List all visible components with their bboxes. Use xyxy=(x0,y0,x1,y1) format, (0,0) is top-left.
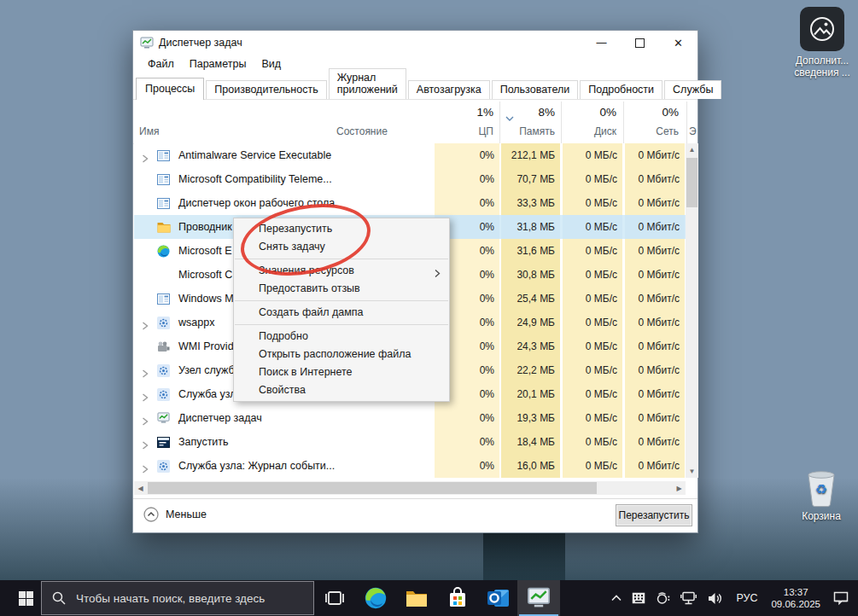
start-button[interactable] xyxy=(10,580,41,616)
tab-Журнал приложений[interactable]: Журнал приложений xyxy=(329,68,406,99)
process-row[interactable]: Antimalware Service Executable0%212,1 МБ… xyxy=(134,143,686,167)
net-value: 0 Мбит/с xyxy=(625,454,685,478)
disk-value: 0 МБ/с xyxy=(563,406,622,430)
fewer-details-label: Меньше xyxy=(166,508,207,520)
task-manager-taskbar-button[interactable] xyxy=(517,580,560,616)
cpu-value: 0% xyxy=(435,191,499,215)
clock[interactable]: 13:37 09.06.2025 xyxy=(764,586,827,610)
gear-icon xyxy=(157,388,171,401)
expand-chevron-icon[interactable] xyxy=(142,462,149,470)
maximize-button[interactable] xyxy=(621,31,659,55)
process-row[interactable]: Диспетчер окон рабочего стола0%33,3 МБ0 … xyxy=(134,191,686,215)
menu-вид[interactable]: Вид xyxy=(254,56,289,72)
network-button[interactable] xyxy=(675,580,703,616)
footer: Меньше Перезапустить xyxy=(133,499,697,532)
tab-Пользователи[interactable]: Пользователи xyxy=(492,80,579,99)
task-view-button[interactable] xyxy=(314,580,355,616)
tab-Службы[interactable]: Службы xyxy=(664,80,721,99)
outlook-button[interactable] xyxy=(478,580,519,616)
table-header[interactable]: Имя Состояние 1% ЦП 8% Память 0% Диск 0%… xyxy=(133,100,697,144)
vertical-scrollbar[interactable]: ▲ ▼ xyxy=(686,143,698,478)
titlebar[interactable]: Диспетчер задач — ✕ xyxy=(133,31,697,55)
column-status[interactable]: Состояние xyxy=(336,125,388,138)
column-divider xyxy=(686,102,687,143)
menu-параметры[interactable]: Параметры xyxy=(182,56,254,72)
desktop: Дополнит... сведения ... ♻ Корзина Диспе… xyxy=(0,0,858,616)
volume-button[interactable] xyxy=(703,580,729,616)
menu-файл[interactable]: Файл xyxy=(140,56,182,72)
language-indicator[interactable]: РУС xyxy=(729,592,764,604)
disk-value: 0 МБ/с xyxy=(563,311,622,334)
column-divider xyxy=(623,102,624,143)
expand-chevron-icon[interactable] xyxy=(142,390,149,398)
disk-value: 0 МБ/с xyxy=(563,143,622,167)
search-icon xyxy=(52,591,66,605)
touch-keyboard-button[interactable] xyxy=(627,580,651,616)
disk-value: 0 МБ/с xyxy=(563,287,622,311)
tab-Производительность[interactable]: Производительность xyxy=(206,80,326,99)
net-value: 0 Мбит/с xyxy=(625,143,685,167)
close-button[interactable]: ✕ xyxy=(659,31,697,55)
tab-Автозагрузка[interactable]: Автозагрузка xyxy=(408,80,490,99)
column-disk[interactable]: Диск xyxy=(562,125,616,138)
disk-value: 0 МБ/с xyxy=(563,191,622,215)
context-menu-item[interactable]: Открыть расположение файла xyxy=(234,346,449,363)
context-menu-item[interactable]: Свойства xyxy=(234,381,449,399)
scroll-left-icon[interactable]: ◀ xyxy=(134,481,147,495)
mem-value: 18,4 МБ xyxy=(501,430,560,454)
cpu-total: 1% xyxy=(434,106,493,121)
minimize-button[interactable]: — xyxy=(582,31,621,55)
desktop-icon-recycle-bin[interactable]: ♻ Корзина xyxy=(794,468,849,522)
fewer-details-toggle[interactable]: Меньше xyxy=(143,507,207,522)
cpu-value: 0% xyxy=(435,406,499,430)
process-row[interactable]: Служба узла: Журнал событи...0%16,0 МБ0 … xyxy=(134,454,686,478)
taskbar-search[interactable] xyxy=(41,581,314,615)
column-cpu[interactable]: ЦП xyxy=(434,125,493,138)
scroll-right-icon[interactable]: ▶ xyxy=(673,481,686,495)
menu-separator xyxy=(235,300,448,301)
process-name: Antimalware Service Executable xyxy=(178,143,331,167)
tray-device-button[interactable] xyxy=(651,580,675,616)
task-manager-icon xyxy=(140,37,154,49)
scrollbar-thumb[interactable] xyxy=(148,482,597,494)
net-value: 0 Мбит/с xyxy=(625,287,685,311)
restart-button[interactable]: Перезапустить xyxy=(616,504,692,526)
column-memory[interactable]: Память xyxy=(500,125,555,138)
context-menu-item[interactable]: Предоставить отзыв xyxy=(234,280,449,298)
edge-icon xyxy=(365,587,387,609)
context-menu-item[interactable]: Подробно xyxy=(234,328,449,346)
scroll-up-icon[interactable]: ▲ xyxy=(686,143,698,156)
column-extra[interactable]: Э xyxy=(689,125,697,138)
search-input[interactable] xyxy=(74,591,291,606)
file-explorer-button[interactable] xyxy=(396,580,437,616)
expand-chevron-icon[interactable] xyxy=(142,414,149,422)
column-name[interactable]: Имя xyxy=(139,125,159,138)
context-menu-item[interactable]: Поиск в Интернете xyxy=(234,363,449,381)
process-row[interactable]: Диспетчер задач0%19,3 МБ0 МБ/с0 Мбит/с xyxy=(134,406,686,430)
microsoft-store-button[interactable] xyxy=(437,580,478,616)
disk-total: 0% xyxy=(562,106,616,121)
expand-chevron-icon[interactable] xyxy=(142,438,149,446)
cpu-value: 0% xyxy=(435,167,499,191)
tab-Процессы[interactable]: Процессы xyxy=(136,78,204,100)
windows-logo-icon xyxy=(19,591,33,606)
expand-chevron-icon[interactable] xyxy=(142,318,149,327)
desktop-icon-info[interactable]: Дополнит... сведения ... xyxy=(791,7,854,78)
edge-taskbar-button[interactable] xyxy=(355,580,396,616)
process-row[interactable]: Запустить0%18,4 МБ0 МБ/с0 Мбит/с xyxy=(134,430,686,454)
expand-chevron-icon[interactable] xyxy=(142,366,149,375)
photo-icon xyxy=(800,7,844,51)
scrollbar-thumb[interactable] xyxy=(686,158,697,207)
window-icon xyxy=(157,149,171,162)
process-row[interactable]: Microsoft Compatibility Teleme...0%70,7 … xyxy=(134,167,686,191)
cpu-value: 0% xyxy=(435,430,499,454)
scroll-down-icon[interactable]: ▼ xyxy=(686,465,698,478)
tab-Подробности[interactable]: Подробности xyxy=(580,80,662,99)
menu-bar: ФайлПараметрыВид xyxy=(133,55,697,73)
hidden-icons-button[interactable] xyxy=(606,580,627,616)
context-menu-item[interactable]: Создать файл дампа xyxy=(234,304,449,322)
action-center-button[interactable] xyxy=(827,580,855,616)
horizontal-scrollbar[interactable]: ◀ ▶ xyxy=(134,481,686,495)
column-network[interactable]: Сеть xyxy=(624,125,679,138)
expand-chevron-icon[interactable] xyxy=(142,151,149,160)
